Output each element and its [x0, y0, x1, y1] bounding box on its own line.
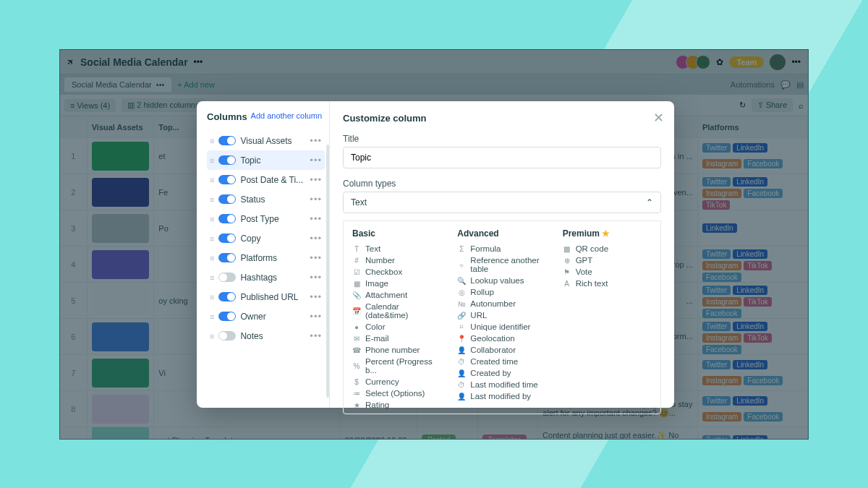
drag-icon[interactable]: ≡ — [210, 156, 214, 165]
type-option[interactable]: №Autonumber — [457, 298, 546, 309]
column-more-icon[interactable]: ••• — [310, 252, 322, 263]
column-more-icon[interactable]: ••• — [310, 135, 322, 146]
drag-icon[interactable]: ≡ — [210, 234, 214, 243]
column-toggle-row[interactable]: ≡ Status ••• — [207, 189, 325, 209]
type-option[interactable]: 👤Created by — [457, 367, 546, 379]
column-toggle-row[interactable]: ≡ Hashtags ••• — [207, 267, 325, 287]
column-title-input[interactable] — [343, 147, 661, 168]
column-types-dropdown: BasicTText#Number☑Checkbox▦Image📎Attachm… — [343, 221, 661, 414]
column-more-icon[interactable]: ••• — [310, 155, 322, 166]
type-option[interactable]: ▦Image — [352, 278, 441, 289]
type-option[interactable]: #Number — [352, 254, 441, 266]
type-option[interactable]: 🔗URL — [457, 309, 546, 321]
columns-modal: Columns Add another column ≡ Visual Asse… — [197, 101, 674, 408]
type-option[interactable]: 📎Attachment — [352, 289, 441, 301]
type-option[interactable]: ⌗Unique identifier — [457, 321, 546, 333]
drag-icon[interactable]: ≡ — [210, 137, 214, 145]
column-name: Owner — [240, 312, 265, 322]
column-more-icon[interactable]: ••• — [310, 311, 322, 322]
type-option[interactable]: ⊕GPT — [563, 254, 652, 266]
drag-icon[interactable]: ≡ — [210, 332, 214, 341]
column-name: Topic — [240, 155, 260, 166]
drag-icon[interactable]: ≡ — [210, 254, 214, 262]
visibility-toggle[interactable] — [218, 292, 236, 301]
visibility-toggle[interactable] — [218, 273, 236, 282]
add-column-link[interactable]: Add another column — [251, 111, 322, 120]
drag-icon[interactable]: ≡ — [210, 293, 214, 301]
type-option[interactable]: ★Rating — [352, 399, 441, 411]
drag-icon[interactable]: ≡ — [210, 176, 214, 184]
type-option[interactable]: ⟐Reference another table — [457, 254, 546, 275]
star-icon: ★ — [602, 228, 610, 239]
column-name: Published URL — [240, 292, 298, 302]
type-option[interactable]: ⏱Last modified time — [457, 379, 546, 390]
column-name: Visual Assets — [240, 136, 292, 146]
customize-panel: ✕ Customize column Title Column types Te… — [330, 101, 674, 408]
type-option[interactable]: 📍Geolocation — [457, 333, 546, 344]
type-option[interactable]: 📅Calendar (date&time) — [352, 301, 441, 321]
type-option[interactable]: ΣFormula — [457, 243, 546, 254]
column-toggle-row[interactable]: ≡ Post Type ••• — [207, 209, 325, 228]
column-more-icon[interactable]: ••• — [310, 291, 322, 302]
column-more-icon[interactable]: ••• — [310, 233, 322, 244]
column-toggle-row[interactable]: ≡ Notes ••• — [207, 326, 325, 346]
type-option[interactable]: $Currency — [352, 376, 441, 388]
column-name: Post Type — [240, 214, 278, 224]
column-name: Hashtags — [240, 273, 277, 283]
type-option[interactable]: ✉E-mail — [352, 333, 441, 344]
column-name: Copy — [240, 234, 260, 244]
close-icon[interactable]: ✕ — [653, 110, 664, 126]
column-name: Platforms — [240, 253, 277, 263]
column-toggle-row[interactable]: ≡ Copy ••• — [207, 228, 325, 248]
column-type-select[interactable]: Text⌃ — [343, 192, 661, 213]
drag-icon[interactable]: ≡ — [210, 195, 214, 204]
column-toggle-row[interactable]: ≡ Topic ••• — [207, 150, 325, 170]
type-option[interactable]: ⏱Created time — [457, 356, 546, 367]
drag-icon[interactable]: ≡ — [210, 312, 214, 321]
column-more-icon[interactable]: ••• — [310, 194, 322, 205]
column-toggle-row[interactable]: ≡ Platforms ••• — [207, 248, 325, 267]
premium-types: Premium ★ ▩QR code⊕GPT⚑VoteARich text — [563, 228, 652, 411]
visibility-toggle[interactable] — [218, 253, 236, 262]
type-option[interactable]: ◎Rollup — [457, 286, 546, 298]
type-option[interactable]: ☑Checkbox — [352, 266, 441, 278]
type-option[interactable]: ●Color — [352, 321, 441, 333]
drag-icon[interactable]: ≡ — [210, 215, 214, 223]
column-toggle-row[interactable]: ≡ Owner ••• — [207, 307, 325, 326]
visibility-toggle[interactable] — [218, 234, 236, 243]
type-option[interactable]: ARich text — [563, 278, 652, 289]
type-option[interactable]: ▩QR code — [563, 243, 652, 254]
type-option[interactable]: ☎Phone number — [352, 344, 441, 356]
type-option[interactable]: ⚑Vote — [563, 266, 652, 278]
visibility-toggle[interactable] — [218, 155, 236, 165]
visibility-toggle[interactable] — [218, 312, 236, 321]
type-option[interactable]: %Percent (Progress b... — [352, 356, 441, 376]
type-option[interactable]: 👤Last modified by — [457, 390, 546, 402]
column-toggle-row[interactable]: ≡ Published URL ••• — [207, 287, 325, 307]
columns-list-panel: Columns Add another column ≡ Visual Asse… — [197, 101, 330, 408]
visibility-toggle[interactable] — [218, 331, 236, 341]
visibility-toggle[interactable] — [218, 214, 236, 223]
type-option[interactable]: 👤Collaborator — [457, 344, 546, 356]
column-more-icon[interactable]: ••• — [310, 330, 322, 341]
column-name: Status — [240, 194, 265, 205]
visibility-toggle[interactable] — [218, 136, 236, 145]
column-toggle-row[interactable]: ≡ Post Date & Ti... ••• — [207, 170, 325, 189]
chevron-up-icon: ⌃ — [646, 197, 653, 207]
column-more-icon[interactable]: ••• — [310, 272, 322, 283]
advanced-types: AdvancedΣFormula⟐Reference another table… — [457, 228, 546, 411]
column-name: Notes — [240, 331, 263, 341]
column-more-icon[interactable]: ••• — [310, 213, 322, 224]
type-option[interactable]: ≔Select (Options) — [352, 388, 441, 399]
drag-icon[interactable]: ≡ — [210, 273, 214, 282]
column-name: Post Date & Ti... — [240, 175, 303, 185]
type-option[interactable]: TText — [352, 243, 441, 254]
column-more-icon[interactable]: ••• — [310, 174, 322, 185]
visibility-toggle[interactable] — [218, 175, 236, 184]
visibility-toggle[interactable] — [218, 194, 236, 204]
basic-types: BasicTText#Number☑Checkbox▦Image📎Attachm… — [352, 228, 441, 411]
type-option[interactable]: 🔍Lookup values — [457, 275, 546, 286]
column-toggle-row[interactable]: ≡ Visual Assets ••• — [207, 131, 325, 150]
